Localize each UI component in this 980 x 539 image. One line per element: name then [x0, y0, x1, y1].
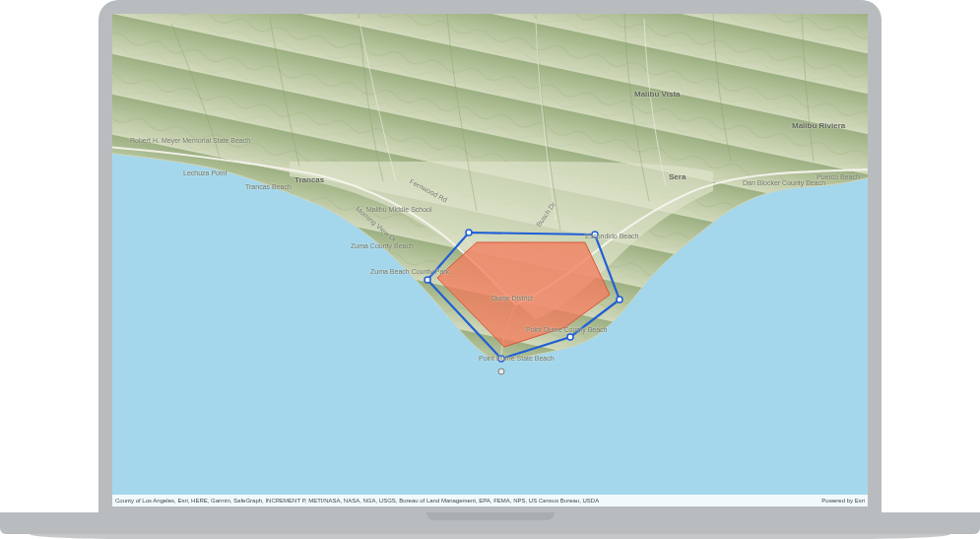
map-svg-layer — [112, 14, 868, 506]
fence-midpoint[interactable] — [498, 369, 504, 374]
laptop-notch — [426, 512, 555, 520]
attribution-right[interactable]: Powered by Esri — [821, 498, 865, 504]
map-canvas[interactable]: Robert H. Meyer Memorial State Beach Lec… — [112, 14, 868, 506]
fence-vertex[interactable] — [592, 232, 598, 237]
fence-vertex[interactable] — [425, 277, 430, 283]
laptop-screen: Robert H. Meyer Memorial State Beach Lec… — [112, 14, 868, 506]
laptop-shadow — [30, 534, 950, 539]
attribution-left: County of Los Angeles, Esri, HERE, Garmi… — [115, 498, 599, 504]
fence-vertex[interactable] — [617, 297, 622, 303]
fence-vertex[interactable] — [567, 334, 573, 340]
map-attribution-bar: County of Los Angeles, Esri, HERE, Garmi… — [112, 495, 868, 506]
fence-vertex[interactable] — [466, 230, 472, 236]
fence-vertex[interactable] — [498, 356, 504, 362]
